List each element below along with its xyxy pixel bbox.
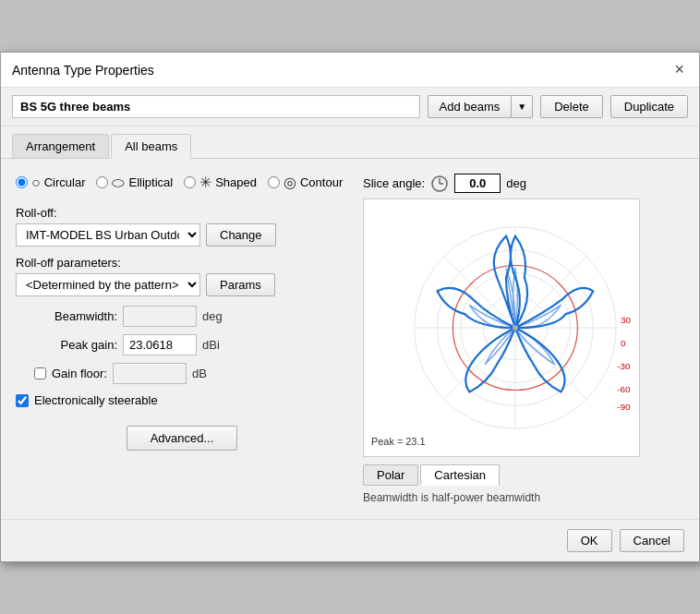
beam-type-row: ○ Circular ⬭ Elliptical ✳ Shaped ◎ Conto… xyxy=(16,174,348,191)
contour-icon: ◎ xyxy=(284,174,296,191)
gain-floor-unit: dB xyxy=(192,367,207,380)
ellipse-icon: ⬭ xyxy=(112,175,125,191)
clock-icon xyxy=(430,175,449,193)
params-button[interactable]: Params xyxy=(206,273,275,296)
svg-text:0: 0 xyxy=(621,338,626,348)
dialog-title: Antenna Type Properties xyxy=(12,63,154,78)
content-area: ○ Circular ⬭ Elliptical ✳ Shaped ◎ Conto… xyxy=(1,159,699,519)
advanced-button[interactable]: Advanced... xyxy=(127,426,237,451)
antenna-name-field[interactable] xyxy=(12,95,420,118)
gain-floor-label: Gain floor: xyxy=(52,367,107,380)
gain-floor-input[interactable] xyxy=(113,363,187,384)
radio-elliptical[interactable]: ⬭ Elliptical xyxy=(96,175,173,191)
close-button[interactable]: × xyxy=(670,60,688,79)
steerable-row: Electronically steerable xyxy=(16,393,348,407)
slice-angle-unit: deg xyxy=(506,176,526,190)
params-grid: Beamwidth: deg Peak gain: dBi Gain floor… xyxy=(34,306,348,384)
svg-text:-90: -90 xyxy=(617,402,631,412)
svg-text:30: 30 xyxy=(621,315,632,325)
gain-floor-row: Gain floor: dB xyxy=(34,363,348,384)
peak-gain-unit: dBi xyxy=(202,338,220,352)
radio-contour[interactable]: ◎ Contour xyxy=(268,174,343,191)
cancel-button[interactable]: Cancel xyxy=(620,529,684,552)
rolloff-label: Roll-off: xyxy=(16,206,348,220)
dialog: Antenna Type Properties × Add beams ▼ De… xyxy=(0,52,700,562)
svg-point-19 xyxy=(513,325,518,331)
rolloff-change-button[interactable]: Change xyxy=(206,223,276,247)
star-icon: ✳ xyxy=(199,174,211,191)
gain-floor-checkbox[interactable] xyxy=(34,367,46,379)
radio-shaped[interactable]: ✳ Shaped xyxy=(184,174,257,191)
chart-tab-cartesian[interactable]: Cartesian xyxy=(420,464,500,486)
peak-gain-row: Peak gain: dBi xyxy=(34,334,348,355)
ok-button[interactable]: OK xyxy=(567,529,612,552)
beamwidth-unit: deg xyxy=(202,309,223,323)
rolloff-input-row: IMT-MODEL BS Urban Outdoor Change xyxy=(16,223,348,247)
rolloff-params-select[interactable]: <Determined by the pattern> xyxy=(16,273,200,296)
slice-angle-label: Slice angle: xyxy=(363,176,425,190)
polar-chart: 30 0 -30 -60 -90 xyxy=(363,199,640,457)
beamwidth-label: Beamwidth: xyxy=(34,309,117,323)
tab-arrangement[interactable]: Arrangement xyxy=(12,134,109,158)
advanced-row: Advanced... xyxy=(16,426,348,451)
radio-circular[interactable]: ○ Circular xyxy=(16,175,85,191)
slice-angle-value: 0.0 xyxy=(454,174,501,193)
circle-icon: ○ xyxy=(31,175,41,191)
svg-text:Peak = 23.1: Peak = 23.1 xyxy=(371,436,426,447)
add-beams-button[interactable]: Add beams xyxy=(428,95,512,118)
svg-text:-60: -60 xyxy=(617,384,631,394)
tab-bar: Arrangement All beams xyxy=(1,126,699,159)
beamwidth-row: Beamwidth: deg xyxy=(34,306,348,327)
rolloff-select[interactable]: IMT-MODEL BS Urban Outdoor xyxy=(16,223,200,247)
beamwidth-input[interactable] xyxy=(123,306,197,327)
duplicate-button[interactable]: Duplicate xyxy=(610,95,688,118)
polar-chart-svg: 30 0 -30 -60 -90 xyxy=(364,199,639,456)
rolloff-params-row: <Determined by the pattern> Params xyxy=(16,273,348,296)
chart-tab-polar[interactable]: Polar xyxy=(363,464,418,486)
rolloff-params-section: Roll-off parameters: <Determined by the … xyxy=(16,256,348,296)
slice-angle-row: Slice angle: 0.0 deg xyxy=(363,174,684,193)
delete-button[interactable]: Delete xyxy=(540,95,603,118)
add-beams-group: Add beams ▼ xyxy=(428,95,534,118)
rolloff-section: Roll-off: IMT-MODEL BS Urban Outdoor Cha… xyxy=(16,206,348,247)
right-panel: Slice angle: 0.0 deg xyxy=(363,174,684,504)
chart-tabs: Polar Cartesian xyxy=(363,464,684,486)
svg-text:-30: -30 xyxy=(617,361,631,371)
rolloff-params-label: Roll-off parameters: xyxy=(16,256,348,270)
peak-gain-input[interactable] xyxy=(123,334,197,355)
toolbar: Add beams ▼ Delete Duplicate xyxy=(1,88,699,126)
left-panel: ○ Circular ⬭ Elliptical ✳ Shaped ◎ Conto… xyxy=(16,174,348,504)
steerable-label: Electronically steerable xyxy=(34,393,158,407)
title-bar: Antenna Type Properties × xyxy=(1,53,699,88)
add-beams-dropdown[interactable]: ▼ xyxy=(511,95,533,118)
footer: OK Cancel xyxy=(1,519,699,561)
steerable-checkbox[interactable] xyxy=(16,394,29,407)
chart-note: Beamwidth is half-power beamwidth xyxy=(363,491,684,504)
peak-gain-label: Peak gain: xyxy=(34,338,117,352)
tab-all-beams[interactable]: All beams xyxy=(111,134,191,159)
